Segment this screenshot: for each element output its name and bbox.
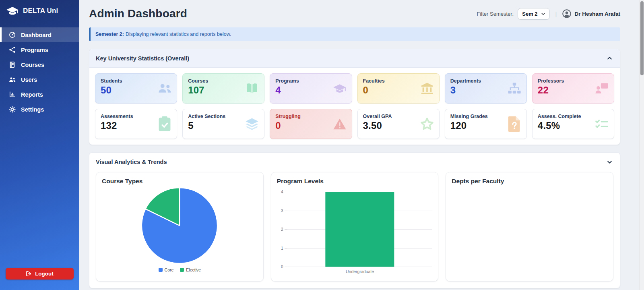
bar — [325, 192, 394, 267]
sidebar-item-users[interactable]: Users — [0, 72, 79, 87]
sitemap-icon — [508, 83, 521, 95]
axis-tick — [285, 211, 287, 211]
stat-tile-assess-complete: Assess. Complete4.5% — [532, 109, 614, 139]
axis-tick-label: 3 — [276, 208, 283, 213]
charts-grid: Course TypesCoreElectiveProgram Levels01… — [89, 171, 620, 288]
axis-tick-label: 2 — [276, 227, 283, 232]
sidebar-item-dashboard[interactable]: Dashboard — [0, 27, 79, 42]
banner-highlight: Semester 2: — [95, 31, 124, 37]
sidebar-item-label: Settings — [21, 106, 44, 113]
stat-tile-struggling: Struggling0 — [270, 109, 352, 139]
sidebar-item-courses[interactable]: Courses — [0, 57, 79, 72]
sidebar-item-programs[interactable]: Programs — [0, 42, 79, 57]
stat-tile-departments: Departments3 — [445, 73, 527, 104]
sidebar-nav: DashboardProgramsCoursesUsersReportsSett… — [0, 27, 79, 117]
stat-tiles-grid: Students50Courses107Programs4Faculties0D… — [89, 68, 620, 145]
book-icon — [9, 61, 16, 68]
bar-chart-plot: 01234 — [287, 192, 433, 267]
users-icon — [158, 83, 171, 95]
analytics-section-header[interactable]: Visual Analytics & Trends — [89, 153, 620, 171]
header-divider: | — [555, 10, 557, 17]
axis-tick — [285, 229, 287, 230]
users-icon — [9, 76, 16, 83]
stats-section-header[interactable]: Key University Statistics (Overall) — [89, 49, 620, 68]
graduation-cap-icon — [333, 83, 347, 95]
chart-title: Program Levels — [277, 178, 433, 185]
legend-swatch-icon — [159, 268, 163, 272]
page-title: Admin Dashboard — [89, 7, 187, 20]
stat-tile-courses: Courses107 — [182, 73, 264, 104]
legend-item[interactable]: Core — [159, 267, 174, 272]
axis-tick — [285, 248, 287, 249]
teacher-icon — [595, 83, 609, 95]
legend-item[interactable]: Elective — [180, 267, 201, 272]
logout-icon — [26, 271, 32, 277]
sidebar-item-label: Courses — [21, 62, 44, 68]
filter-semester-label: Filter Semester: — [477, 11, 514, 17]
logout-label: Logout — [35, 271, 54, 277]
stat-tile-professors: Professors22 — [532, 73, 614, 104]
chart-icon — [9, 91, 16, 98]
checklist-icon — [595, 118, 609, 130]
chart-card-depts-per-faculty: Depts per Faculty — [446, 172, 613, 282]
layers-icon — [245, 118, 259, 130]
banner-text: Displaying relevant statistics and repor… — [126, 31, 231, 37]
axis-tick-label: 1 — [276, 246, 283, 250]
user-chip[interactable]: Dr Hesham Arafat — [562, 9, 620, 18]
gauge-icon — [9, 31, 16, 38]
sidebar-item-label: Dashboard — [21, 32, 52, 38]
gear-icon — [9, 106, 16, 113]
collapse-stats-button[interactable] — [606, 54, 613, 62]
stat-tile-active-sections: Active Sections5 — [182, 109, 264, 139]
chevron-down-icon — [607, 159, 613, 165]
graduation-cap-icon — [6, 6, 19, 16]
semester-select-value: Sem 2 — [522, 11, 537, 17]
share-nodes-icon — [9, 46, 16, 53]
chart-title: Depts per Faculty — [452, 178, 607, 185]
axis-tick — [285, 267, 287, 267]
user-name: Dr Hesham Arafat — [574, 11, 620, 17]
axis-tick — [285, 192, 287, 192]
pie-chart — [102, 186, 258, 265]
sidebar-item-settings[interactable]: Settings — [0, 102, 79, 117]
clipboard-check-icon — [158, 118, 171, 130]
bank-icon — [420, 83, 434, 95]
analytics-section: Visual Analytics & Trends Course TypesCo… — [89, 152, 620, 288]
chevron-down-icon — [541, 12, 545, 16]
sidebar-item-label: Programs — [21, 47, 48, 53]
stat-tile-assessments: Assessments132 — [95, 109, 177, 139]
analytics-section-title: Visual Analytics & Trends — [96, 159, 167, 165]
chart-card-course-types: Course TypesCoreElective — [96, 172, 264, 282]
legend-label: Elective — [186, 267, 201, 272]
sidebar-item-label: Reports — [21, 91, 43, 98]
axis-tick-label: 0 — [276, 265, 283, 269]
chart-card-program-levels: Program Levels01234Undergraduate — [271, 172, 439, 282]
chart-title: Course Types — [102, 178, 258, 185]
page-scrollbar[interactable] — [639, 0, 644, 290]
legend-label: Core — [165, 267, 174, 272]
axis-tick-label: 4 — [276, 190, 283, 194]
stat-tile-overall-gpa: Overall GPA3.50 — [357, 109, 440, 139]
sidebar-item-reports[interactable]: Reports — [0, 87, 79, 102]
avatar-icon — [562, 9, 571, 18]
scrollbar-thumb[interactable] — [640, 1, 644, 75]
warning-triangle-icon — [333, 118, 347, 130]
collapse-analytics-button[interactable] — [606, 158, 613, 166]
semester-banner: Semester 2: Displaying relevant statisti… — [89, 27, 620, 41]
header-controls: Filter Semester: Sem 2 | Dr Hesham Arafa… — [477, 8, 620, 20]
stat-tile-faculties: Faculties0 — [357, 73, 440, 104]
stat-tile-missing-grades: Missing Grades120 — [445, 109, 527, 139]
sidebar-item-label: Users — [21, 77, 37, 83]
legend-swatch-icon — [180, 268, 184, 272]
x-axis-category-label: Undergraduate — [287, 269, 433, 274]
logout-button[interactable]: Logout — [6, 268, 74, 280]
page-header: Admin Dashboard Filter Semester: Sem 2 |… — [89, 0, 620, 27]
gridline — [287, 267, 433, 267]
star-icon — [420, 118, 434, 130]
book-open-icon — [245, 83, 259, 95]
stat-tile-programs: Programs4 — [270, 73, 352, 104]
brand-name: DELTA Uni — [23, 7, 58, 15]
stat-tile-students: Students50 — [95, 73, 177, 104]
stats-section-title: Key University Statistics (Overall) — [96, 55, 189, 62]
semester-select[interactable]: Sem 2 — [518, 8, 549, 20]
